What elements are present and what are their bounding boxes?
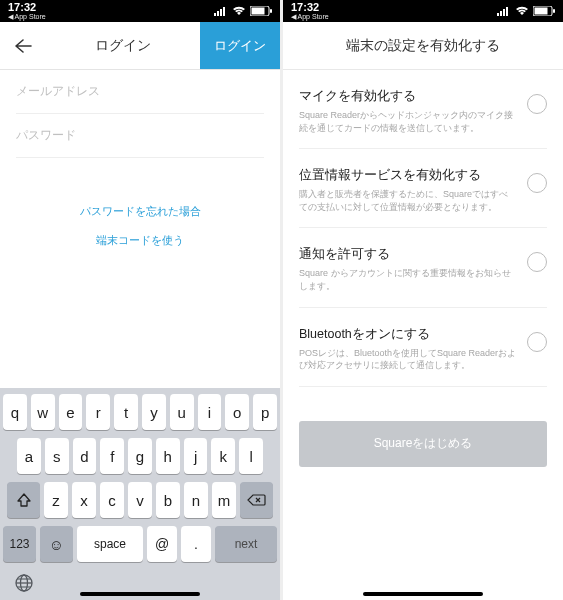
key-d[interactable]: d [73, 438, 97, 474]
key-m[interactable]: m [212, 482, 236, 518]
login-links: パスワードを忘れた場合 端末コードを使う [0, 190, 280, 262]
signal-icon [497, 7, 511, 16]
key-q[interactable]: q [3, 394, 27, 430]
key-at[interactable]: @ [147, 526, 177, 562]
key-n[interactable]: n [184, 482, 208, 518]
key-j[interactable]: j [184, 438, 208, 474]
key-x[interactable]: x [72, 482, 96, 518]
key-h[interactable]: h [156, 438, 180, 474]
setting-location[interactable]: 位置情報サービスを有効化する 購入者と販売者を保護するために、Squareではす… [299, 149, 547, 228]
key-a[interactable]: a [17, 438, 41, 474]
device-code-link[interactable]: 端末コードを使う [0, 233, 280, 248]
key-dot[interactable]: . [181, 526, 211, 562]
phone-settings: 17:32 ◀ App Store 端末の設定を有効化する マイクを有効化する … [283, 0, 563, 600]
signal-icon [214, 7, 228, 16]
svg-rect-17 [535, 8, 548, 15]
battery-icon [250, 6, 272, 16]
status-time: 17:32 [8, 2, 36, 13]
key-123[interactable]: 123 [3, 526, 36, 562]
key-s[interactable]: s [45, 438, 69, 474]
key-k[interactable]: k [211, 438, 235, 474]
key-space[interactable]: space [77, 526, 143, 562]
key-shift[interactable] [7, 482, 40, 518]
radio-icon[interactable] [527, 173, 547, 193]
svg-rect-5 [252, 8, 265, 15]
status-home[interactable]: ◀ App Store [291, 13, 329, 20]
login-submit-button[interactable]: ログイン [200, 22, 280, 69]
key-y[interactable]: y [142, 394, 166, 430]
keyboard-row-3: z x c v b n m [3, 482, 277, 518]
setting-desc: Square からアカウントに関する重要情報をお知らせします。 [299, 267, 517, 292]
svg-rect-12 [497, 13, 499, 16]
key-v[interactable]: v [128, 482, 152, 518]
key-u[interactable]: u [170, 394, 194, 430]
svg-rect-13 [500, 11, 502, 16]
keyboard-row-2: a s d f g h j k l [3, 438, 277, 474]
home-indicator[interactable] [80, 592, 200, 596]
key-p[interactable]: p [253, 394, 277, 430]
battery-icon [533, 6, 555, 16]
radio-icon[interactable] [527, 332, 547, 352]
key-z[interactable]: z [44, 482, 68, 518]
setting-title: 位置情報サービスを有効化する [299, 167, 517, 184]
setting-desc: POSレジは、Bluetoothを使用してSquare Readerおよび対応ア… [299, 347, 517, 372]
keyboard-row-4: 123 ☺ space @ . next [3, 526, 277, 562]
login-form: メールアドレス パスワード [0, 70, 280, 158]
radio-icon[interactable] [527, 94, 547, 114]
key-w[interactable]: w [31, 394, 55, 430]
setting-desc: Square Readerからヘッドホンジャック内のマイク接続を通じてカードの情… [299, 109, 517, 134]
keyboard: q w e r t y u i o p a s d f g h j k l z [0, 388, 280, 600]
back-button[interactable] [0, 22, 46, 69]
key-t[interactable]: t [114, 394, 138, 430]
svg-rect-15 [506, 7, 508, 16]
svg-rect-14 [503, 9, 505, 16]
email-field[interactable]: メールアドレス [16, 70, 264, 114]
svg-rect-6 [270, 9, 272, 13]
svg-rect-18 [553, 9, 555, 13]
settings-title: 端末の設定を有効化する [283, 22, 563, 70]
wifi-icon [515, 6, 529, 16]
setting-desc: 購入者と販売者を保護するために、Squareではすべての支払いに対して位置情報が… [299, 188, 517, 213]
svg-rect-3 [223, 7, 225, 16]
setting-title: Bluetoothをオンにする [299, 326, 517, 343]
setting-notifications[interactable]: 通知を許可する Square からアカウントに関する重要情報をお知らせします。 [299, 228, 547, 307]
globe-icon[interactable] [13, 572, 35, 594]
key-e[interactable]: e [59, 394, 83, 430]
svg-rect-1 [217, 11, 219, 16]
key-emoji[interactable]: ☺ [40, 526, 73, 562]
svg-rect-2 [220, 9, 222, 16]
key-o[interactable]: o [225, 394, 249, 430]
keyboard-row-1: q w e r t y u i o p [3, 394, 277, 430]
radio-icon[interactable] [527, 252, 547, 272]
key-c[interactable]: c [100, 482, 124, 518]
settings-list: マイクを有効化する Square Readerからヘッドホンジャック内のマイク接… [283, 70, 563, 387]
setting-title: マイクを有効化する [299, 88, 517, 105]
status-time: 17:32 [291, 2, 319, 13]
key-i[interactable]: i [198, 394, 222, 430]
key-r[interactable]: r [86, 394, 110, 430]
phone-login: 17:32 ◀ App Store ログイン ログイン メールアドレス パスワー… [0, 0, 280, 600]
login-header: ログイン ログイン [0, 22, 280, 70]
forgot-password-link[interactable]: パスワードを忘れた場合 [0, 204, 280, 219]
setting-microphone[interactable]: マイクを有効化する Square Readerからヘッドホンジャック内のマイク接… [299, 70, 547, 149]
key-l[interactable]: l [239, 438, 263, 474]
key-g[interactable]: g [128, 438, 152, 474]
key-f[interactable]: f [100, 438, 124, 474]
setting-bluetooth[interactable]: Bluetoothをオンにする POSレジは、Bluetoothを使用してSqu… [299, 308, 547, 387]
key-backspace[interactable] [240, 482, 273, 518]
status-bar: 17:32 ◀ App Store [283, 0, 563, 22]
start-square-button[interactable]: Squareをはじめる [299, 421, 547, 467]
key-b[interactable]: b [156, 482, 180, 518]
password-field[interactable]: パスワード [16, 114, 264, 158]
key-next[interactable]: next [215, 526, 277, 562]
setting-title: 通知を許可する [299, 246, 517, 263]
home-indicator[interactable] [363, 592, 483, 596]
status-bar: 17:32 ◀ App Store [0, 0, 280, 22]
wifi-icon [232, 6, 246, 16]
svg-rect-0 [214, 13, 216, 16]
status-home[interactable]: ◀ App Store [8, 13, 46, 20]
header-title: ログイン [46, 22, 200, 69]
